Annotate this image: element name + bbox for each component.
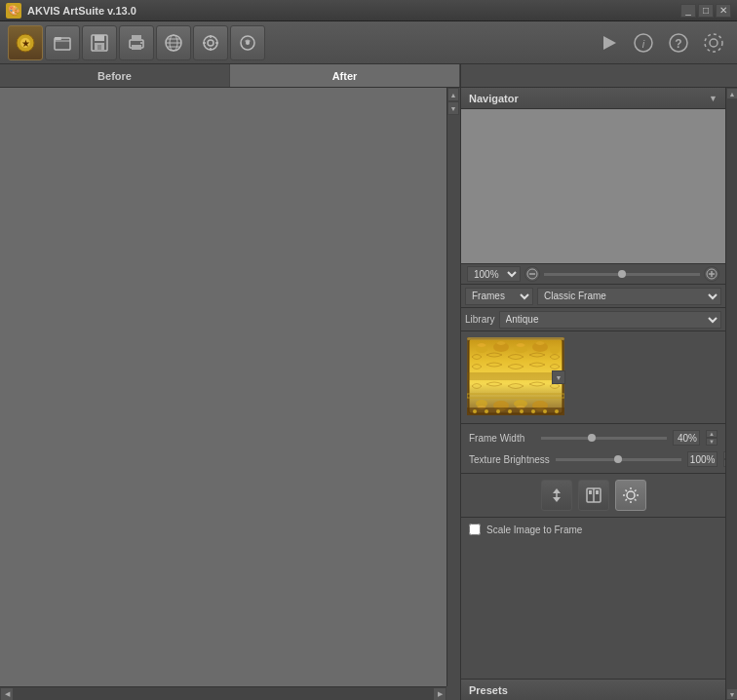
panel-spacer xyxy=(461,541,725,679)
frame-preview-area: ▼ xyxy=(461,331,725,424)
library-label: Library xyxy=(465,314,495,325)
zoom-slider[interactable] xyxy=(544,273,700,276)
rp-scroll-track xyxy=(726,99,737,688)
svg-rect-4 xyxy=(55,37,61,40)
rp-scroll-up[interactable]: ▲ xyxy=(726,88,737,99)
canvas-area: ▲ ▼ ◀ ▶ xyxy=(0,88,460,700)
navigator-chevron-icon: ▼ xyxy=(709,94,718,103)
open-button[interactable] xyxy=(45,25,80,60)
title-bar: 🎨 AKVIS ArtSuite v.13.0 _ □ ✕ xyxy=(0,0,737,21)
tab-after[interactable]: After xyxy=(230,64,460,87)
svg-point-57 xyxy=(520,409,524,413)
controls-area: Frame Width 40% ▲ ▼ Texture Brightness xyxy=(461,424,725,474)
svg-text:★: ★ xyxy=(21,38,30,49)
navigator-header: Navigator ▼ xyxy=(461,88,725,109)
texture-brightness-slider[interactable] xyxy=(556,458,681,461)
frame-thumbnail xyxy=(467,337,564,415)
frames-name-select[interactable]: Classic Frame Simple Frame Photo Frame xyxy=(537,288,721,305)
zoom-controls: 100% 50% 200% xyxy=(461,263,725,285)
svg-point-31 xyxy=(710,39,718,47)
svg-point-12 xyxy=(140,42,142,44)
svg-rect-10 xyxy=(132,35,141,41)
presets-label: Presets xyxy=(469,684,508,696)
right-panel-scrollbar[interactable]: ▲ ▼ xyxy=(725,88,737,700)
svg-line-73 xyxy=(625,490,627,492)
settings2-button[interactable] xyxy=(230,25,265,60)
frame-width-row: Frame Width 40% ▲ ▼ xyxy=(469,430,718,446)
zoom-out-button[interactable] xyxy=(524,266,540,282)
brightness-button[interactable] xyxy=(615,480,646,511)
svg-point-44 xyxy=(550,346,560,354)
svg-point-56 xyxy=(508,409,512,413)
frame-width-slider[interactable] xyxy=(541,437,667,440)
svg-text:i: i xyxy=(642,38,645,50)
navigator-title: Navigator xyxy=(469,93,519,104)
main-content: ▲ ▼ ◀ ▶ Navigator ▼ xyxy=(0,88,737,700)
svg-line-74 xyxy=(635,499,637,501)
gear-button[interactable] xyxy=(698,27,729,58)
canvas-scrollbar-vertical[interactable]: ▲ ▼ xyxy=(446,88,460,686)
presets-footer: Presets xyxy=(461,679,725,700)
texture-brightness-row: Texture Brightness 100% ▲ ▼ xyxy=(469,451,718,467)
close-button[interactable]: ✕ xyxy=(716,4,731,18)
svg-point-55 xyxy=(496,409,500,413)
frame-width-value: 40% xyxy=(673,430,700,446)
frame-width-down[interactable]: ▼ xyxy=(706,438,718,446)
svg-point-19 xyxy=(208,40,213,46)
zoom-in-button[interactable] xyxy=(704,266,719,282)
flip-vertical-button[interactable] xyxy=(541,480,572,511)
canvas-scrollbar-horizontal[interactable]: ◀ ▶ xyxy=(0,686,446,700)
svg-marker-61 xyxy=(553,488,561,493)
window-controls: _ □ ✕ xyxy=(680,4,731,18)
svg-line-75 xyxy=(635,490,637,492)
print-button[interactable] xyxy=(119,25,154,60)
svg-point-53 xyxy=(473,409,477,413)
gallery-button[interactable] xyxy=(578,480,609,511)
svg-point-18 xyxy=(204,36,217,50)
texture-brightness-value: 100% xyxy=(687,451,718,467)
info-button[interactable]: i xyxy=(628,27,659,58)
svg-marker-26 xyxy=(603,36,616,50)
svg-rect-11 xyxy=(132,45,141,50)
texture-brightness-label: Texture Brightness xyxy=(469,454,550,465)
frame-width-up[interactable]: ▲ xyxy=(706,430,718,438)
toolbar: ★ xyxy=(0,21,737,64)
frame-width-spinner: ▲ ▼ xyxy=(706,430,718,446)
help-button[interactable]: ? xyxy=(663,27,694,58)
library-row: Library Antique Classic Modern xyxy=(461,308,725,331)
minimize-button[interactable]: _ xyxy=(680,4,696,18)
svg-point-68 xyxy=(627,491,635,499)
save-button[interactable] xyxy=(82,25,117,60)
svg-text:?: ? xyxy=(675,37,681,51)
svg-marker-63 xyxy=(553,497,561,502)
action-buttons xyxy=(461,474,725,518)
maximize-button[interactable]: □ xyxy=(698,4,714,18)
library-select[interactable]: Antique Classic Modern xyxy=(499,311,721,329)
play-button[interactable] xyxy=(593,27,624,58)
web-button[interactable] xyxy=(156,25,191,60)
svg-rect-8 xyxy=(97,45,101,50)
scale-row: Scale Image to Frame xyxy=(461,518,725,541)
svg-rect-45 xyxy=(467,372,564,380)
svg-rect-51 xyxy=(467,337,564,340)
svg-point-54 xyxy=(485,409,488,413)
frames-type-select[interactable]: Frames Effects xyxy=(465,288,533,305)
home-button[interactable]: ★ xyxy=(8,25,43,60)
svg-rect-6 xyxy=(95,35,104,41)
settings1-button[interactable] xyxy=(193,25,228,60)
frames-row: Frames Effects Classic Frame Simple Fram… xyxy=(461,285,725,308)
tab-bar: Before After xyxy=(0,64,737,88)
frame-thumbnail-container: ▼ xyxy=(467,337,564,417)
frame-width-label: Frame Width xyxy=(469,433,535,444)
scale-checkbox[interactable] xyxy=(469,524,481,535)
svg-rect-67 xyxy=(596,490,599,494)
frame-thumb-dropdown[interactable]: ▼ xyxy=(552,370,565,384)
app-title: AKVIS ArtSuite v.13.0 xyxy=(27,5,136,17)
zoom-select[interactable]: 100% 50% 200% xyxy=(467,266,521,282)
svg-point-58 xyxy=(531,409,535,413)
svg-point-60 xyxy=(555,409,559,413)
rp-scroll-down[interactable]: ▼ xyxy=(726,688,737,700)
tab-before[interactable]: Before xyxy=(0,64,230,87)
navigator-preview xyxy=(461,109,725,263)
svg-point-25 xyxy=(246,41,250,45)
